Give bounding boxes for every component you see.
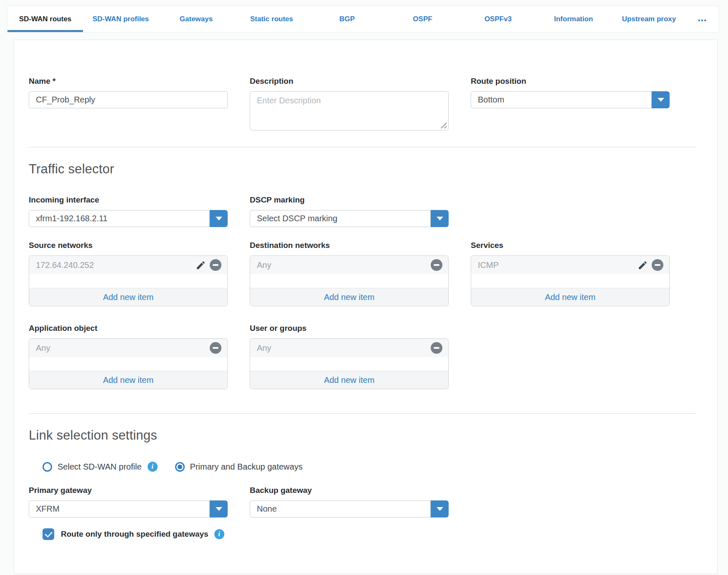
remove-icon[interactable] — [210, 342, 221, 354]
list-item: ICMP — [471, 256, 669, 274]
chevron-down-icon — [437, 217, 443, 220]
list-item-text: Any — [257, 260, 271, 270]
link-selection-heading: Link selection settings — [29, 428, 717, 443]
chevron-down-icon — [658, 98, 664, 102]
list-item: Any — [250, 339, 448, 357]
remove-icon[interactable] — [652, 259, 663, 271]
tab-static-routes[interactable]: Static routes — [234, 6, 309, 32]
backup-gateway-label: Backup gateway — [250, 486, 449, 495]
name-field-group: Name * — [29, 77, 228, 130]
incoming-interface-label: Incoming interface — [29, 195, 228, 205]
section-divider — [29, 413, 697, 414]
incoming-interface-dropdown-button[interactable] — [210, 210, 228, 227]
destination-networks-label: Destination networks — [250, 241, 449, 250]
route-only-checkbox-label: Route only through specified gateways — [61, 530, 208, 539]
list-empty-area — [29, 357, 227, 371]
traffic-selector-heading: Traffic selector — [29, 162, 717, 177]
radio-select-sd-wan-profile[interactable]: Select SD-WAN profile i — [43, 462, 158, 472]
route-position-select[interactable]: Bottom — [471, 91, 670, 108]
list-empty-area — [250, 357, 448, 371]
edit-icon[interactable] — [638, 260, 648, 270]
networks-row: Source networks 172.64.240.252 Add new i… — [29, 241, 717, 306]
remove-icon[interactable] — [431, 259, 442, 271]
radio-selected-icon[interactable] — [175, 462, 185, 472]
list-item: Any — [250, 256, 448, 274]
primary-gateway-value[interactable]: XFRM — [29, 500, 210, 518]
name-input[interactable] — [29, 91, 228, 108]
services-list: ICMP Add new item — [471, 255, 670, 306]
application-object-list: Any Add new item — [29, 338, 228, 389]
services-group: Services ICMP Add new item — [471, 241, 670, 306]
dscp-marking-dropdown-button[interactable] — [431, 210, 449, 227]
tab-sd-wan-routes[interactable]: SD-WAN routes — [8, 6, 83, 32]
info-icon[interactable]: i — [214, 529, 224, 539]
dscp-marking-field-group: DSCP marking Select DSCP marking — [250, 195, 449, 227]
radio-label: Primary and Backup gateways — [190, 462, 303, 472]
incoming-interface-value[interactable]: xfrm1-192.168.2.11 — [29, 210, 210, 227]
list-item: Any — [29, 339, 227, 357]
more-tabs-icon[interactable]: ••• — [687, 6, 718, 32]
add-new-item-button[interactable]: Add new item — [250, 288, 448, 306]
tab-sd-wan-profiles[interactable]: SD-WAN profiles — [83, 6, 158, 32]
route-form-card: Name * Description Route position Bottom — [14, 40, 718, 574]
interface-dscp-row: Incoming interface xfrm1-192.168.2.11 DS… — [29, 195, 717, 227]
radio-primary-backup-gateways[interactable]: Primary and Backup gateways — [175, 462, 303, 472]
source-networks-label: Source networks — [29, 241, 228, 250]
add-new-item-button[interactable]: Add new item — [471, 288, 669, 306]
add-new-item-button[interactable]: Add new item — [29, 288, 227, 306]
tab-ospf[interactable]: OSPF — [385, 6, 460, 32]
dscp-marking-select[interactable]: Select DSCP marking — [250, 210, 449, 227]
add-new-item-button[interactable]: Add new item — [29, 371, 227, 389]
remove-icon[interactable] — [431, 342, 442, 354]
list-empty-area — [471, 274, 669, 288]
source-networks-group: Source networks 172.64.240.252 Add new i… — [29, 241, 228, 306]
primary-gateway-label: Primary gateway — [29, 486, 228, 495]
list-empty-area — [29, 274, 227, 288]
dscp-marking-value[interactable]: Select DSCP marking — [250, 210, 431, 227]
list-item-text: Any — [257, 343, 271, 353]
section-divider — [29, 147, 697, 148]
destination-networks-group: Destination networks Any Add new item — [250, 241, 449, 306]
tab-bar: SD-WAN routes SD-WAN profiles Gateways S… — [7, 5, 719, 32]
sd-wan-routes-page: SD-WAN routes SD-WAN profiles Gateways S… — [0, 0, 728, 575]
list-empty-area — [250, 274, 448, 288]
tab-information[interactable]: Information — [536, 6, 611, 32]
basic-fields-row: Name * Description Route position Bottom — [29, 77, 717, 130]
services-label: Services — [471, 241, 670, 250]
app-user-row: Application object Any Add new item User… — [29, 324, 717, 389]
backup-gateway-field-group: Backup gateway None — [250, 486, 449, 518]
application-object-label: Application object — [29, 324, 228, 333]
tab-gateways[interactable]: Gateways — [158, 6, 234, 32]
destination-networks-list: Any Add new item — [250, 255, 449, 306]
route-position-value[interactable]: Bottom — [471, 91, 652, 108]
incoming-interface-select[interactable]: xfrm1-192.168.2.11 — [29, 210, 228, 227]
remove-icon[interactable] — [210, 259, 221, 271]
info-icon[interactable]: i — [148, 462, 158, 472]
backup-gateway-dropdown-button[interactable] — [431, 500, 449, 518]
primary-gateway-field-group: Primary gateway XFRM — [29, 486, 228, 518]
user-or-groups-group: User or groups Any Add new item — [250, 324, 449, 389]
route-position-field-group: Route position Bottom — [471, 77, 670, 130]
source-networks-list: 172.64.240.252 Add new item — [29, 255, 228, 306]
list-item-text: Any — [36, 343, 50, 353]
backup-gateway-select[interactable]: None — [250, 500, 449, 518]
add-new-item-button[interactable]: Add new item — [250, 371, 448, 389]
primary-gateway-dropdown-button[interactable] — [210, 500, 228, 518]
incoming-interface-field-group: Incoming interface xfrm1-192.168.2.11 — [29, 195, 228, 227]
gateways-row: Primary gateway XFRM Backup gateway None — [29, 486, 717, 518]
link-selection-radio-group: Select SD-WAN profile i Primary and Back… — [43, 462, 717, 472]
chevron-down-icon — [216, 507, 222, 511]
route-position-dropdown-button[interactable] — [652, 91, 670, 108]
application-object-group: Application object Any Add new item — [29, 324, 228, 389]
tab-ospfv3[interactable]: OSPFv3 — [460, 6, 536, 32]
route-only-checkbox[interactable] — [43, 528, 54, 540]
backup-gateway-value[interactable]: None — [250, 500, 431, 518]
edit-icon[interactable] — [196, 260, 206, 270]
radio-unselected-icon[interactable] — [43, 462, 52, 472]
primary-gateway-select[interactable]: XFRM — [29, 500, 228, 518]
tab-bgp[interactable]: BGP — [309, 6, 385, 32]
description-field-group: Description — [250, 77, 449, 130]
description-textarea[interactable] — [250, 91, 449, 130]
route-only-row: Route only through specified gateways i — [43, 528, 717, 540]
tab-upstream-proxy[interactable]: Upstream proxy — [611, 6, 687, 32]
